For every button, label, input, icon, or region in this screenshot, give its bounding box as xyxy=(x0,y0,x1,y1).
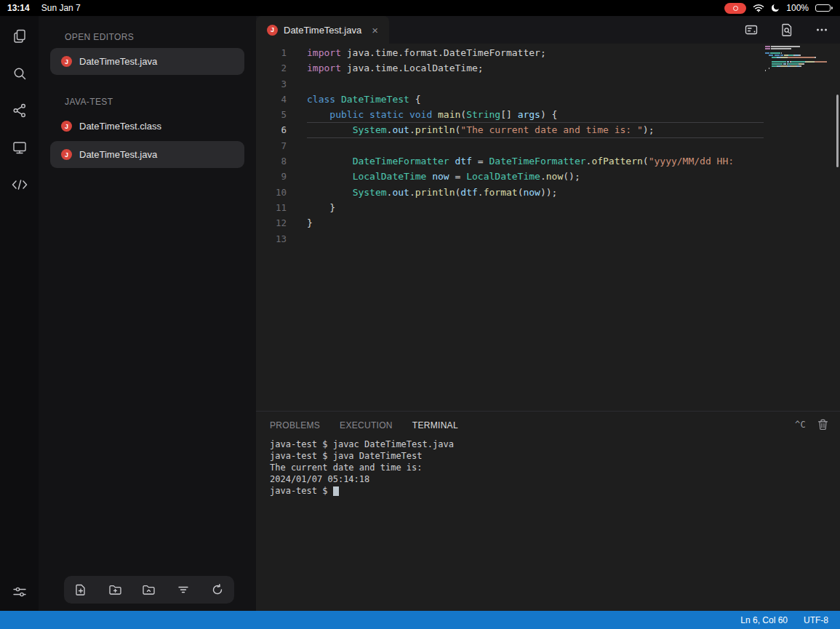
code-text: System.out.println(dtf.format(now)); xyxy=(307,185,764,200)
code-line[interactable]: 10 System.out.println(dtf.format(now)); xyxy=(256,185,764,200)
code-line[interactable]: 13 xyxy=(256,231,764,247)
code-line[interactable]: 4class DateTimeTest { xyxy=(256,92,764,107)
code-text xyxy=(307,231,764,247)
open-editor-item-datetimetest-java[interactable]: J DateTimeTest.java xyxy=(50,48,244,75)
minimap-line xyxy=(765,61,829,63)
code-text: import java.time.LocalDateTime; xyxy=(307,60,764,76)
code-line[interactable]: 1import java.time.format.DateTimeFormatt… xyxy=(256,45,764,60)
code-line[interactable]: 12} xyxy=(256,215,764,231)
line-number: 11 xyxy=(256,200,287,215)
editor-layout-icon[interactable] xyxy=(744,23,759,37)
wifi-icon xyxy=(753,4,764,12)
code-text xyxy=(307,76,764,92)
code-text: LocalDateTime now = LocalDateTime.now(); xyxy=(307,169,764,184)
search-in-file-icon[interactable] xyxy=(780,23,793,37)
workspace-header[interactable]: JAVA-TEST xyxy=(65,97,244,107)
interrupt-button[interactable]: ^C xyxy=(795,420,806,430)
clock-time: 13:14 xyxy=(7,3,30,13)
minimap-line xyxy=(765,70,829,71)
minimap-column xyxy=(764,44,840,411)
trash-icon[interactable] xyxy=(817,419,828,430)
minimap[interactable] xyxy=(765,46,829,74)
record-icon xyxy=(733,6,738,11)
tab-problems[interactable]: PROBLEMS xyxy=(270,420,320,430)
activity-bar xyxy=(0,16,39,611)
code-text: class DateTimeTest { xyxy=(307,92,764,107)
moon-focus-icon xyxy=(771,4,780,12)
code-text: DateTimeFormatter dtf = DateTimeFormatte… xyxy=(307,153,764,169)
code-line[interactable]: 9 LocalDateTime now = LocalDateTime.now(… xyxy=(256,169,764,184)
line-number: 5 xyxy=(256,107,287,122)
minimap-line xyxy=(765,52,829,54)
explorer-icon[interactable] xyxy=(11,28,28,45)
file-label: DateTimeTest.class xyxy=(79,121,161,132)
editor: 1import java.time.format.DateTimeFormatt… xyxy=(256,44,840,411)
screen-recording-indicator[interactable] xyxy=(724,3,746,14)
code-text: } xyxy=(307,215,764,231)
encoding-indicator[interactable]: UTF-8 xyxy=(804,615,828,625)
new-file-icon[interactable] xyxy=(73,582,89,598)
line-number: 7 xyxy=(256,138,287,153)
file-label: DateTimeTest.java xyxy=(79,149,157,160)
java-file-icon: J xyxy=(61,56,72,67)
terminal-line: java-test $ javac DateTimeTest.java xyxy=(270,438,840,450)
open-folder-icon[interactable] xyxy=(141,582,157,598)
line-number: 1 xyxy=(256,45,287,60)
terminal-line: java-test $ java DateTimeTest xyxy=(270,450,840,462)
terminal-prompt: java-test $ xyxy=(270,486,333,496)
file-item-datetimetest-java[interactable]: J DateTimeTest.java xyxy=(50,141,244,168)
code-line[interactable]: 8 DateTimeFormatter dtf = DateTimeFormat… xyxy=(256,153,764,169)
battery-percent: 100% xyxy=(786,3,809,13)
code-line[interactable]: 2import java.time.LocalDateTime; xyxy=(256,60,764,76)
more-actions-icon[interactable] xyxy=(815,23,828,36)
search-icon[interactable] xyxy=(11,65,28,82)
battery-icon xyxy=(815,4,833,12)
terminal-line: 2024/01/07 05:14:18 xyxy=(270,473,840,485)
editor-column: J DateTimeTest.java × xyxy=(256,16,840,611)
line-number: 12 xyxy=(256,215,287,231)
refresh-icon[interactable] xyxy=(209,582,225,598)
file-item-datetimetest-class[interactable]: J DateTimeTest.class xyxy=(50,113,244,140)
minimap-line xyxy=(765,68,829,69)
terminal-prompt-line: java-test $ xyxy=(270,485,840,497)
code-line[interactable]: 3 xyxy=(256,76,764,92)
code-text: System.out.println("The current date and… xyxy=(307,122,764,137)
code-text xyxy=(307,138,764,153)
connections-icon[interactable] xyxy=(11,102,28,119)
terminal-line: The current date and time is: xyxy=(270,462,840,473)
close-tab-icon[interactable]: × xyxy=(372,24,378,36)
open-editors-header[interactable]: OPEN EDITORS xyxy=(65,32,244,42)
line-number: 3 xyxy=(256,76,287,92)
minimap-line xyxy=(765,50,829,52)
tab-terminal[interactable]: TERMINAL xyxy=(412,420,458,430)
tab-execution[interactable]: EXECUTION xyxy=(340,420,393,430)
tab-bar: J DateTimeTest.java × xyxy=(256,16,840,44)
java-file-icon: J xyxy=(61,121,72,132)
editor-tab-datetimetest-java[interactable]: J DateTimeTest.java × xyxy=(256,16,389,44)
minimap-line xyxy=(765,55,829,56)
filter-icon[interactable] xyxy=(175,582,191,598)
code-line[interactable]: 5 public static void main(String[] args)… xyxy=(256,107,764,122)
editor-scrollbar[interactable] xyxy=(836,95,839,167)
code-icon[interactable] xyxy=(11,176,28,193)
minimap-line xyxy=(765,72,829,73)
cursor-position[interactable]: Ln 6, Col 60 xyxy=(740,615,788,625)
line-number: 13 xyxy=(256,231,287,247)
code-text: public static void main(String[] args) { xyxy=(307,107,764,122)
code-line[interactable]: 7 xyxy=(256,138,764,153)
minimap-line xyxy=(765,46,829,47)
terminal[interactable]: java-test $ javac DateTimeTest.javajava-… xyxy=(256,433,840,611)
terminal-cursor xyxy=(333,486,339,496)
status-bar: Ln 6, Col 60 UTF-8 xyxy=(0,611,840,629)
monitor-icon[interactable] xyxy=(11,139,28,156)
settings-sliders-icon[interactable] xyxy=(11,583,28,601)
new-folder-icon[interactable] xyxy=(107,582,123,598)
minimap-line xyxy=(765,63,829,65)
minimap-line xyxy=(765,57,829,58)
code-area[interactable]: 1import java.time.format.DateTimeFormatt… xyxy=(256,44,764,411)
code-line[interactable]: 6 System.out.println("The current date a… xyxy=(256,122,764,137)
code-line[interactable]: 11 } xyxy=(256,200,764,215)
file-label: DateTimeTest.java xyxy=(79,56,157,67)
minimap-line xyxy=(765,48,829,49)
line-number: 8 xyxy=(256,153,287,169)
